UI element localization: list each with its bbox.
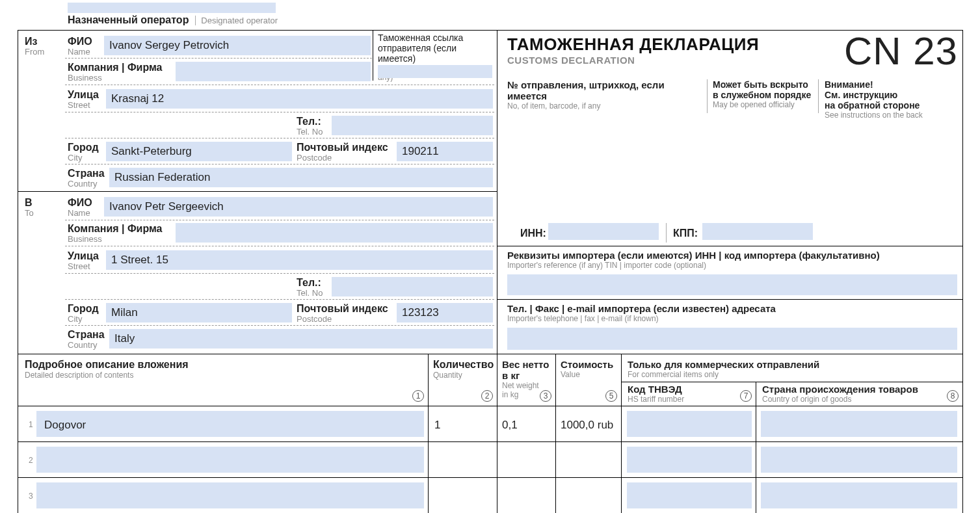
opened-en: May be opened officialy: [713, 100, 817, 109]
from-country-value: Russian Federation: [114, 171, 210, 184]
barcode-ru: № отправления, штрихкод, если имеется: [507, 79, 702, 101]
row2-origin-fill[interactable]: [761, 447, 957, 473]
to-tel-label: Тел.: Tel. No: [297, 277, 323, 298]
row1-index: 1: [29, 420, 33, 429]
circle-8: 8: [947, 390, 959, 402]
from-business-label: Компания | Фирма Business: [68, 62, 163, 83]
from-street-label: Улица Street: [68, 89, 99, 110]
kpp-label: КПП:: [673, 228, 698, 239]
to-name-value: Ivanov Petr Sergeevich: [109, 200, 224, 213]
hdr-value-ru: Стоимость: [561, 359, 613, 370]
row1-value: 1000,0 rub: [561, 419, 613, 432]
from-name-value: Ivanov Sergey Petrovich: [109, 39, 229, 52]
title-en: CUSTOMS DECLARATION: [507, 55, 759, 66]
customs-ref-ru2: отправителя (если имеется): [378, 43, 494, 64]
to-tel-fill[interactable]: [332, 277, 493, 296]
circle-5: 5: [605, 390, 617, 402]
hdr-commercial-en: For commercial items only: [628, 370, 819, 379]
to-country-value: Italy: [114, 332, 135, 345]
from-business-fill[interactable]: [176, 62, 371, 81]
opened-ru2: в служебном порядке: [713, 90, 817, 100]
hdr-hs-en: HS tariff number: [628, 395, 684, 404]
inn-fill[interactable]: [548, 223, 659, 240]
to-country-label: Страна Country: [68, 329, 105, 350]
to-street-value: 1 Street. 15: [111, 254, 168, 267]
hdr-qty-ru: Количество: [433, 359, 494, 371]
importer-tel-ru: Тел. | Факс | e-mail импортера (если изв…: [507, 303, 776, 314]
hdr-desc-en: Detailed description of contents: [25, 371, 189, 380]
attention-ru2: См. инструкцию: [825, 90, 923, 100]
importer-ref-fill[interactable]: [507, 274, 957, 295]
to-name-label: ФИО Name: [68, 197, 92, 218]
to-label: В To: [25, 197, 34, 218]
row2-hs-fill[interactable]: [627, 447, 752, 473]
from-street-value: Krasnaj 12: [111, 92, 164, 105]
importer-ref-ru: Реквизиты импортера (если имеются) ИНН |…: [507, 250, 880, 261]
operator-fill: [68, 3, 276, 13]
attention-ru3: на обратной стороне: [825, 100, 923, 111]
hdr-netw-en: Net weight: [502, 381, 549, 390]
title-ru: ТАМОЖЕННАЯ ДЕКЛАРАЦИЯ: [507, 34, 759, 55]
row1-origin-fill[interactable]: [761, 411, 957, 437]
circle-7: 7: [740, 390, 752, 402]
to-business-fill[interactable]: [176, 223, 493, 243]
inn-label: ИНН:: [520, 228, 546, 239]
from-postcode-value: 190211: [402, 145, 439, 158]
row1-desc: Dogovor: [44, 419, 86, 432]
row1-hs-fill[interactable]: [627, 411, 752, 437]
hdr-qty-en: Quantity: [433, 371, 494, 380]
barcode-en: No, of item, barcode, if any: [507, 101, 702, 111]
to-city-label: Город City: [68, 303, 99, 324]
importer-tel-en: Importer's telephone | fax | e-mail (if …: [507, 314, 776, 323]
row1-weight: 0,1: [502, 419, 518, 432]
customs-ref-fill[interactable]: [378, 65, 492, 78]
opened-ru1: Может быть вскрыто: [713, 79, 817, 90]
row1-qty: 1: [434, 419, 440, 432]
importer-ref-en: Importer's reference (if any) TIN | impo…: [507, 261, 880, 270]
to-postcode-value: 123123: [402, 306, 439, 319]
from-tel-fill[interactable]: [332, 116, 493, 135]
to-business-label: Компания | Фирма Business: [68, 223, 163, 244]
attention-ru1: Внимание!: [825, 79, 923, 90]
hdr-origin-ru: Страна происхождения товаров: [762, 384, 918, 395]
from-label: Из From: [25, 36, 44, 57]
circle-1: 1: [412, 390, 424, 402]
from-tel-label: Тел.: Tel. No: [297, 116, 323, 137]
row2-desc-fill[interactable]: [36, 447, 424, 473]
kpp-fill[interactable]: [702, 223, 813, 240]
from-city-label: Город City: [68, 142, 99, 163]
to-city-value: Milan: [111, 306, 138, 319]
hdr-netw-ru2: в кг: [502, 370, 549, 381]
hdr-commercial-ru: Только для коммерческих отправлений: [628, 359, 819, 370]
from-country-label: Страна Country: [68, 168, 105, 189]
importer-tel-fill[interactable]: [507, 328, 957, 350]
circle-3: 3: [540, 390, 551, 402]
row3-origin-fill[interactable]: [761, 482, 957, 508]
row3-index: 3: [29, 492, 33, 501]
attention-en: See instructions on the back: [825, 111, 923, 120]
from-city-value: Sankt-Peterburg: [111, 145, 192, 158]
circle-2: 2: [481, 390, 493, 402]
customs-ref-ru1: Таможенная ссылка: [378, 33, 494, 43]
designated-operator-ru: Назначенный оператор: [68, 14, 189, 25]
hdr-desc-ru: Подробное описание вложения: [25, 359, 189, 371]
row1-desc-fill[interactable]: [36, 411, 424, 437]
to-postcode-label: Почтовый индекс Postcode: [297, 303, 388, 324]
hdr-hs-ru: Код ТНВЭД: [628, 384, 684, 395]
from-name-label: ФИО Name: [68, 36, 92, 57]
hdr-value-en: Value: [561, 370, 613, 379]
hdr-origin-en: Country of origin of goods: [762, 395, 918, 404]
row3-hs-fill[interactable]: [627, 482, 752, 508]
cn23-code: CN 23: [844, 29, 958, 73]
from-postcode-label: Почтовый индекс Postcode: [297, 142, 388, 163]
designated-operator-en: Designated operator: [195, 16, 278, 25]
row3-desc-fill[interactable]: [36, 482, 424, 508]
to-country-fill[interactable]: [109, 329, 493, 349]
row2-index: 2: [29, 456, 33, 465]
to-street-label: Улица Street: [68, 250, 99, 271]
hdr-netw-ru: Вес нетто: [502, 359, 549, 370]
